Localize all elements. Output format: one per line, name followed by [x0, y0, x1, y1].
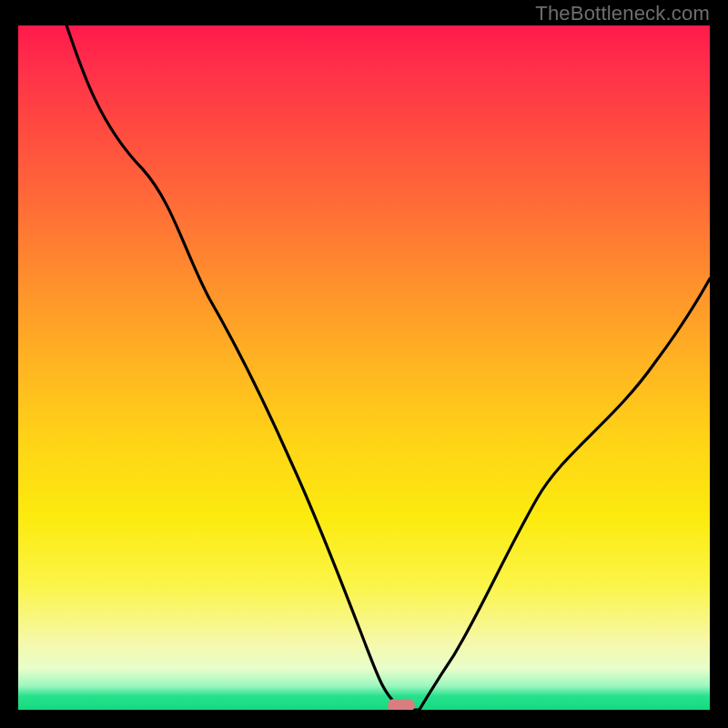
plot-area	[18, 25, 710, 710]
curve-path	[66, 25, 710, 710]
minimum-marker	[388, 699, 415, 710]
chart-frame: TheBottleneck.com	[0, 0, 728, 728]
bottleneck-curve	[18, 25, 710, 710]
watermark-text: TheBottleneck.com	[535, 2, 710, 25]
